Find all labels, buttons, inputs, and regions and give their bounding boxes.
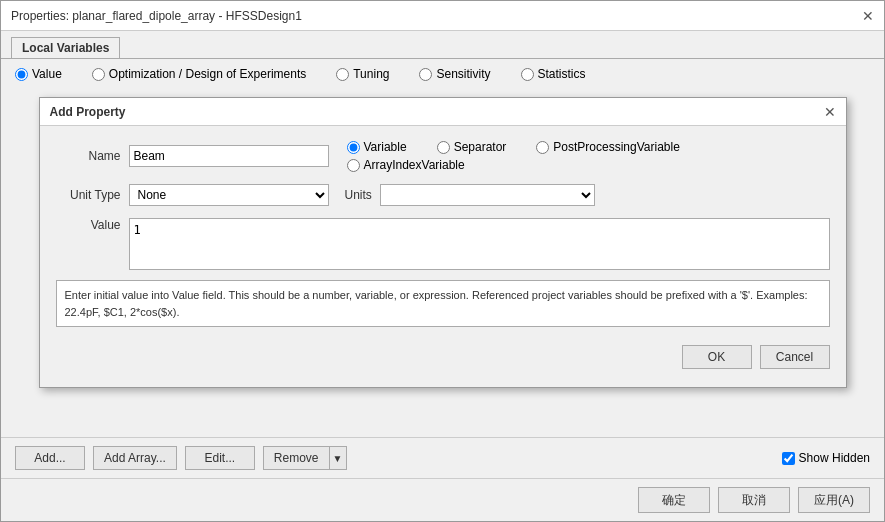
value-label: Value bbox=[56, 218, 121, 232]
bottom-area: Add... Add Array... Edit... Remove ▼ Sho… bbox=[1, 437, 884, 478]
edit-button[interactable]: Edit... bbox=[185, 446, 255, 470]
radio-postprocessing[interactable]: PostProcessingVariable bbox=[536, 140, 680, 154]
radio-separator[interactable]: Separator bbox=[437, 140, 507, 154]
window-close-button[interactable]: ✕ bbox=[862, 9, 874, 23]
window-title: Properties: planar_flared_dipole_array -… bbox=[11, 9, 302, 23]
add-property-dialog: Add Property ✕ Name Variable bbox=[39, 97, 847, 388]
unit-type-select[interactable]: None bbox=[129, 184, 329, 206]
bottom-left-buttons: Add... Add Array... Edit... Remove ▼ bbox=[15, 446, 347, 470]
add-button[interactable]: Add... bbox=[15, 446, 85, 470]
radio-tab-tuning[interactable]: Tuning bbox=[336, 67, 389, 81]
show-hidden-area: Show Hidden bbox=[782, 451, 870, 465]
value-input[interactable] bbox=[129, 218, 830, 270]
type-row-1: Variable Separator PostProcessingVariabl… bbox=[347, 140, 680, 154]
hint-box: Enter initial value into Value field. Th… bbox=[56, 280, 830, 327]
unit-type-row: Unit Type None Units bbox=[56, 184, 830, 206]
radio-tab-value[interactable]: Value bbox=[15, 67, 62, 81]
show-hidden-checkbox[interactable] bbox=[782, 452, 795, 465]
unit-type-label: Unit Type bbox=[56, 188, 121, 202]
dialog-title: Add Property bbox=[50, 105, 126, 119]
radio-tab-sensitivity[interactable]: Sensitivity bbox=[419, 67, 490, 81]
modal-overlay: Add Property ✕ Name Variable bbox=[1, 89, 884, 437]
ok-button[interactable]: OK bbox=[682, 345, 752, 369]
confirm-button[interactable]: 确定 bbox=[638, 487, 710, 513]
apply-button[interactable]: 应用(A) bbox=[798, 487, 870, 513]
radio-tab-optimization[interactable]: Optimization / Design of Experiments bbox=[92, 67, 306, 81]
dialog-body: Name Variable Separator bbox=[40, 126, 846, 387]
value-row: Value bbox=[56, 218, 830, 270]
radio-arrayindex[interactable]: ArrayIndexVariable bbox=[347, 158, 465, 172]
dialog-title-bar: Add Property ✕ bbox=[40, 98, 846, 126]
dialog-buttons: OK Cancel bbox=[56, 341, 830, 373]
radio-variable[interactable]: Variable bbox=[347, 140, 407, 154]
radio-tabs-bar: Value Optimization / Design of Experimen… bbox=[1, 59, 884, 89]
tab-local-variables[interactable]: Local Variables bbox=[11, 37, 120, 58]
name-row: Name Variable Separator bbox=[56, 140, 830, 172]
dialog-close-button[interactable]: ✕ bbox=[824, 104, 836, 120]
tabs-bar: Local Variables bbox=[1, 31, 884, 59]
units-label: Units bbox=[345, 188, 372, 202]
name-input[interactable] bbox=[129, 145, 329, 167]
final-cancel-button[interactable]: 取消 bbox=[718, 487, 790, 513]
remove-button[interactable]: Remove bbox=[263, 446, 329, 470]
radio-tab-statistics[interactable]: Statistics bbox=[521, 67, 586, 81]
title-bar: Properties: planar_flared_dipole_array -… bbox=[1, 1, 884, 31]
name-label: Name bbox=[56, 149, 121, 163]
value-wrapper bbox=[129, 218, 830, 270]
cancel-button[interactable]: Cancel bbox=[760, 345, 830, 369]
type-row-2: ArrayIndexVariable bbox=[347, 158, 680, 172]
show-hidden-label: Show Hidden bbox=[799, 451, 870, 465]
remove-dropdown-button[interactable]: ▼ bbox=[329, 446, 347, 470]
main-window: Properties: planar_flared_dipole_array -… bbox=[0, 0, 885, 522]
final-buttons: 确定 取消 应用(A) bbox=[1, 478, 884, 521]
type-radio-group: Variable Separator PostProcessingVariabl… bbox=[347, 140, 680, 172]
remove-button-group: Remove ▼ bbox=[263, 446, 347, 470]
add-array-button[interactable]: Add Array... bbox=[93, 446, 177, 470]
units-select[interactable] bbox=[380, 184, 595, 206]
main-content: Add Property ✕ Name Variable bbox=[1, 89, 884, 437]
